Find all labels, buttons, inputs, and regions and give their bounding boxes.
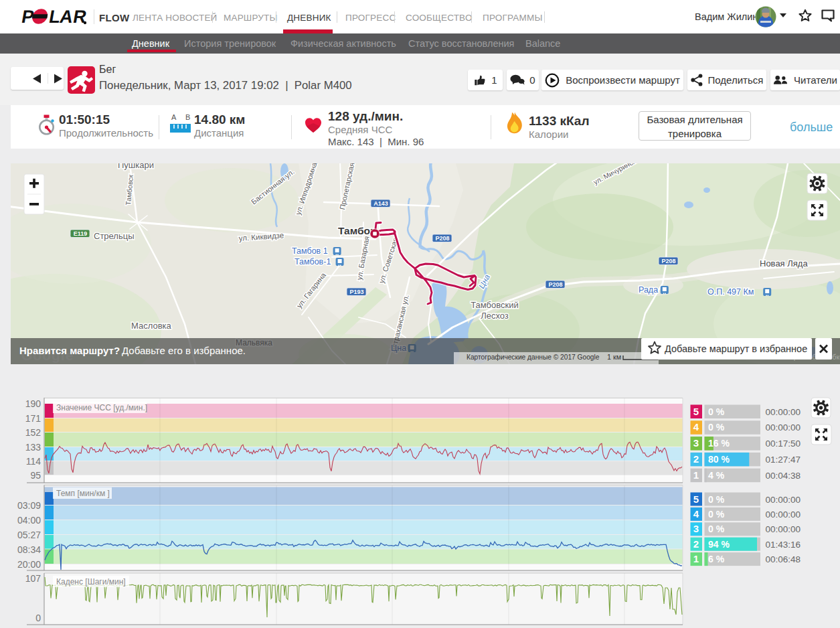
svg-text:0: 0 xyxy=(35,613,41,623)
svg-text:P208: P208 xyxy=(548,281,562,288)
svg-text:190: 190 xyxy=(25,398,41,409)
svg-text:Масловка: Масловка xyxy=(131,321,172,331)
svg-text:00:00:00: 00:00:00 xyxy=(765,495,801,505)
svg-text:Тамбов 1: Тамбов 1 xyxy=(292,246,328,256)
svg-text:P193: P193 xyxy=(349,289,363,295)
svg-text:A: A xyxy=(171,113,177,121)
svg-text:Каденс [Шаги/мин]: Каденс [Шаги/мин] xyxy=(56,577,126,586)
svg-text:80 %: 80 % xyxy=(708,454,730,465)
svg-text:1 км: 1 км xyxy=(607,353,621,361)
svg-text:Добавьте его в избранное.: Добавьте его в избранное. xyxy=(122,345,246,356)
svg-text:4 %: 4 % xyxy=(708,470,725,481)
svg-text:05:27: 05:27 xyxy=(17,530,41,540)
svg-text:133: 133 xyxy=(25,442,41,453)
svg-text:152: 152 xyxy=(25,427,41,438)
svg-text:Стрельцы: Стрельцы xyxy=(94,231,135,241)
svg-text:00:00:00: 00:00:00 xyxy=(765,407,801,417)
svg-text:04:00: 04:00 xyxy=(17,515,41,526)
svg-text:2: 2 xyxy=(693,538,699,550)
svg-text:О.П. 497 Км: О.П. 497 Км xyxy=(707,287,754,297)
svg-text:Новая Ляда: Новая Ляда xyxy=(760,258,808,268)
svg-text:4: 4 xyxy=(693,508,699,520)
svg-text:E119: E119 xyxy=(74,230,88,237)
svg-text:P208: P208 xyxy=(661,258,675,264)
svg-text:00:00:00: 00:00:00 xyxy=(765,422,801,433)
svg-text:171: 171 xyxy=(25,413,41,424)
svg-text:114: 114 xyxy=(26,456,41,467)
svg-text:5: 5 xyxy=(693,406,699,417)
svg-text:00:06:48: 00:06:48 xyxy=(765,554,801,564)
svg-text:0 %: 0 % xyxy=(708,406,725,417)
svg-text:Добавьте маршрут в избранное: Добавьте маршрут в избранное xyxy=(665,343,807,354)
svg-text:20:00: 20:00 xyxy=(17,559,41,570)
svg-text:2: 2 xyxy=(693,453,699,465)
svg-text:Пушкари: Пушкари xyxy=(118,163,154,170)
svg-text:95: 95 xyxy=(30,470,41,481)
svg-text:Нравится маршрут?: Нравится маршрут? xyxy=(19,345,120,356)
svg-text:0 %: 0 % xyxy=(708,422,725,433)
svg-text:94 %: 94 % xyxy=(708,539,730,550)
svg-text:03:09: 03:09 xyxy=(17,500,41,511)
svg-text:Тамбов-1: Тамбов-1 xyxy=(295,257,331,266)
svg-text:Лесхоз: Лесхоз xyxy=(481,311,509,321)
svg-text:00:00:00: 00:00:00 xyxy=(765,509,801,520)
svg-text:Значение ЧСС [уд./мин.]: Значение ЧСС [уд./мин.] xyxy=(56,403,147,412)
svg-text:08:34: 08:34 xyxy=(17,544,41,555)
svg-text:00:00:00: 00:00:00 xyxy=(765,524,801,534)
svg-text:B: B xyxy=(185,113,190,121)
svg-text:00:17:50: 00:17:50 xyxy=(765,439,801,449)
svg-text:Картографические данные © 2017: Картографические данные © 2017 Google xyxy=(467,354,600,361)
svg-text:4: 4 xyxy=(693,421,699,433)
svg-text:5: 5 xyxy=(693,493,699,505)
svg-text:Тамбовский: Тамбовский xyxy=(471,300,519,310)
svg-text:A143: A143 xyxy=(373,200,388,207)
svg-text:107: 107 xyxy=(25,573,41,584)
svg-text:0 %: 0 % xyxy=(708,524,725,534)
svg-text:3: 3 xyxy=(693,437,699,449)
svg-text:01:27:47: 01:27:47 xyxy=(765,455,801,465)
svg-text:16 %: 16 % xyxy=(708,438,730,449)
svg-text:1: 1 xyxy=(693,553,699,564)
svg-text:3: 3 xyxy=(693,523,699,534)
svg-text:Рада: Рада xyxy=(639,285,658,295)
svg-text:Темп [мин/км ]: Темп [мин/км ] xyxy=(56,489,110,498)
svg-text:P208: P208 xyxy=(435,235,449,242)
svg-text:0 %: 0 % xyxy=(708,494,725,505)
svg-text:01:43:16: 01:43:16 xyxy=(765,540,801,550)
svg-text:0 %: 0 % xyxy=(708,509,725,520)
svg-text:1: 1 xyxy=(693,469,699,481)
svg-text:6 %: 6 % xyxy=(708,554,725,564)
svg-text:00:04:38: 00:04:38 xyxy=(765,471,801,481)
